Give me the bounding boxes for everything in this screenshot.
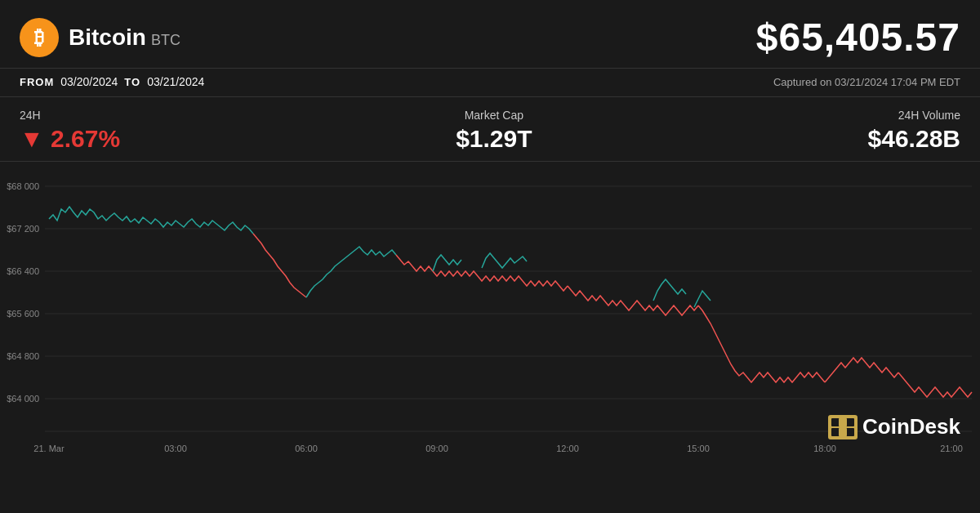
svg-rect-28 [839, 418, 847, 426]
svg-text:$64 800: $64 800 [7, 351, 39, 361]
chart-line-green-3 [306, 247, 396, 297]
current-price: $65,405.57 [756, 15, 960, 60]
svg-text:$66 400: $66 400 [7, 266, 39, 276]
stat-volume: 24H Volume $46.28B [868, 109, 960, 153]
svg-text:03:00: 03:00 [164, 444, 187, 453]
chart-line-red-6 [898, 372, 972, 397]
coindesk-text: CoinDesk [862, 414, 960, 439]
svg-rect-29 [839, 428, 847, 436]
coin-name: Bitcoin [69, 25, 146, 50]
stat-volume-value: $46.28B [868, 125, 960, 153]
svg-text:21. Mar: 21. Mar [33, 444, 65, 453]
coindesk-branding: CoinDesk [828, 414, 960, 439]
stat-volume-label: 24H Volume [868, 109, 960, 122]
change-arrow: ▼ [20, 125, 44, 152]
chart-line-green-5 [482, 253, 527, 268]
svg-text:12:00: 12:00 [556, 444, 579, 453]
to-date: 03/21/2024 [147, 75, 204, 88]
svg-text:$64 000: $64 000 [7, 394, 39, 404]
stat-marketcap: Market Cap $1.29T [456, 109, 532, 153]
date-range: FROM 03/20/2024 TO 03/21/2024 [20, 75, 204, 88]
chart-line-green-6 [653, 279, 686, 301]
bitcoin-logo: ₿ [20, 18, 59, 57]
date-row: FROM 03/20/2024 TO 03/21/2024 Captured o… [0, 69, 980, 97]
chart-line-green-4 [433, 255, 461, 271]
stats-row: 24H ▼ 2.67% Market Cap $1.29T 24H Volume… [0, 97, 980, 162]
coin-ticker: BTC [151, 32, 180, 48]
stat-24h-change: 24H ▼ 2.67% [20, 109, 120, 153]
coindesk-icon [828, 415, 858, 439]
to-label: TO [124, 76, 140, 88]
chart-line-red-3 [568, 286, 698, 315]
svg-rect-26 [831, 428, 840, 436]
svg-text:$68 000: $68 000 [7, 181, 39, 191]
from-date: 03/20/2024 [60, 75, 118, 88]
svg-text:₿: ₿ [34, 26, 44, 48]
coin-name-container: BitcoinBTC [69, 25, 180, 51]
chart-line-red-1 [253, 234, 306, 297]
svg-text:21:00: 21:00 [940, 444, 963, 453]
chart-line-red-4 [698, 306, 825, 382]
stat-marketcap-label: Market Cap [456, 109, 532, 122]
svg-text:15:00: 15:00 [687, 444, 710, 453]
svg-text:09:00: 09:00 [425, 444, 448, 453]
coin-identity: ₿ BitcoinBTC [20, 18, 180, 57]
chart-line-green-1 [49, 207, 131, 222]
chart-line-green-2 [131, 217, 253, 234]
svg-text:$65 600: $65 600 [7, 309, 39, 319]
svg-text:$67 200: $67 200 [7, 224, 39, 234]
chart-container: $68 000 $67 200 $66 400 $65 600 $64 800 … [0, 162, 980, 462]
stat-24h-value: ▼ 2.67% [20, 125, 120, 153]
chart-line-red-2 [396, 255, 568, 291]
svg-rect-24 [831, 418, 840, 426]
chart-line-red-5 [825, 358, 898, 382]
header: ₿ BitcoinBTC $65,405.57 [0, 0, 980, 69]
stat-marketcap-value: $1.29T [456, 125, 532, 153]
svg-text:06:00: 06:00 [295, 444, 318, 453]
svg-text:18:00: 18:00 [813, 444, 836, 453]
from-label: FROM [20, 76, 54, 88]
svg-rect-25 [846, 418, 854, 426]
svg-rect-27 [846, 428, 854, 436]
captured-on: Captured on 03/21/2024 17:04 PM EDT [773, 76, 960, 88]
stat-24h-label: 24H [20, 109, 120, 122]
chart-line-green-7 [694, 291, 710, 307]
